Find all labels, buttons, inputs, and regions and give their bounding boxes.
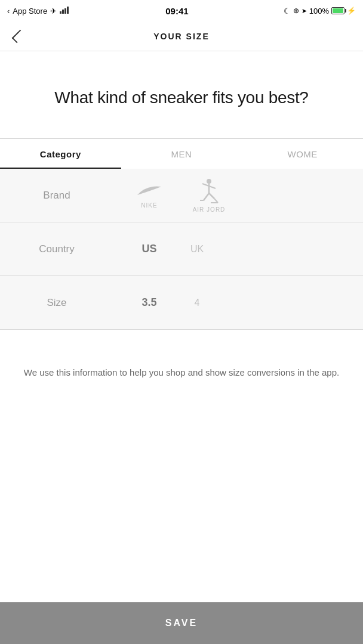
country-uk[interactable]: UK: [173, 244, 221, 255]
airplane-icon: ✈: [50, 7, 57, 16]
picker-section: Brand NIKE: [0, 169, 363, 330]
size-label: Size: [0, 297, 113, 309]
back-arrow-icon: ‹: [7, 7, 10, 16]
signal-icon: [60, 7, 70, 16]
hero-question: What kind of sneaker fits you best?: [12, 87, 351, 109]
navigate-icon: ➤: [302, 7, 307, 15]
battery-icon: [331, 7, 344, 14]
bottom-spacer: [0, 404, 363, 445]
status-bar: ‹ App Store ✈ 09:41 ☾ ⊕ ➤ 100% ⚡: [0, 0, 363, 21]
save-button[interactable]: SAVE: [0, 602, 363, 644]
location-icon: ⊕: [293, 7, 299, 15]
battery-percent-label: 100%: [309, 7, 329, 16]
brand-picker-row: Brand NIKE: [0, 169, 363, 222]
nike-label: NIKE: [141, 202, 157, 209]
svg-line-7: [209, 186, 216, 188]
svg-rect-3: [67, 7, 69, 14]
status-left: ‹ App Store ✈: [7, 7, 70, 16]
tabs-container: Category MEN WOME: [0, 139, 363, 169]
svg-rect-0: [60, 11, 61, 14]
country-label: Country: [0, 243, 113, 255]
country-values: US UK: [113, 243, 363, 255]
country-us[interactable]: US: [125, 243, 173, 255]
brand-label: Brand: [0, 190, 113, 202]
info-section: We use this information to help you shop…: [0, 330, 363, 404]
status-right: ☾ ⊕ ➤ 100% ⚡: [284, 7, 356, 16]
nike-swoosh-icon: [134, 182, 164, 200]
country-picker-row: Country US UK: [0, 222, 363, 276]
moon-icon: ☾: [284, 7, 291, 16]
brand-nike[interactable]: NIKE: [125, 182, 173, 209]
svg-line-9: [209, 193, 214, 199]
svg-rect-2: [64, 8, 66, 14]
size-3-5[interactable]: 3.5: [125, 296, 173, 309]
size-4[interactable]: 4: [173, 298, 221, 308]
svg-point-4: [207, 179, 211, 184]
svg-line-8: [204, 193, 209, 200]
svg-line-6: [202, 184, 209, 186]
size-picker-row: Size 3.5 4: [0, 276, 363, 330]
page-title: YOUR SIZE: [153, 32, 209, 41]
jordan-label: AIR JORD: [193, 206, 226, 213]
nav-bar: YOUR SIZE: [0, 21, 363, 51]
size-values: 3.5 4: [113, 296, 363, 309]
back-button[interactable]: [10, 27, 27, 45]
main-content: What kind of sneaker fits you best? Cate…: [0, 51, 363, 445]
tab-men[interactable]: MEN: [121, 139, 242, 169]
svg-line-11: [214, 199, 218, 203]
brand-jordan[interactable]: AIR JORD: [185, 178, 233, 213]
tab-category[interactable]: Category: [0, 139, 121, 169]
info-text: We use this information to help you shop…: [18, 366, 345, 380]
charging-icon: ⚡: [347, 7, 356, 15]
jordan-jumpman-icon: [198, 178, 220, 204]
brand-values: NIKE AIR JORD: [113, 178, 363, 213]
status-time: 09:41: [165, 6, 188, 16]
svg-rect-1: [62, 10, 64, 14]
hero-section: What kind of sneaker fits you best?: [0, 51, 363, 138]
tab-women[interactable]: WOME: [242, 139, 363, 169]
carrier-label: App Store: [13, 7, 47, 16]
save-button-label: SAVE: [165, 618, 198, 628]
chevron-left-icon: [12, 29, 26, 43]
